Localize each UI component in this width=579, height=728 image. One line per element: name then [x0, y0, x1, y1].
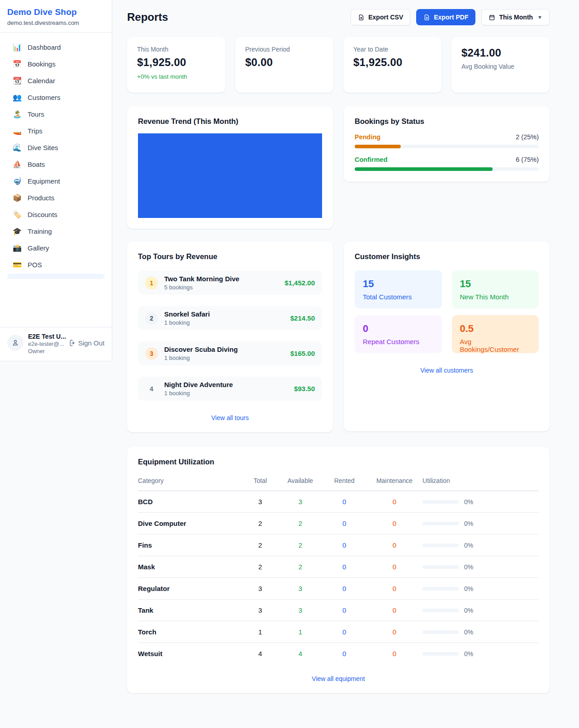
cell-available: 4 — [278, 643, 322, 665]
utilization-bar — [422, 630, 459, 634]
pos-icon: 💳 — [13, 261, 22, 269]
utilization-value: 0% — [464, 542, 473, 549]
sidebar-item-calendar[interactable]: 📆 Calendar — [4, 72, 108, 89]
cell-total: 3 — [242, 578, 278, 600]
period-label: This Month — [499, 14, 533, 21]
rank-badge: 2 — [145, 312, 158, 325]
equipment-utilization-title: Equipment Utilization — [138, 458, 539, 466]
cell-rented: 0 — [323, 578, 366, 600]
col-utilization: Utilization — [422, 473, 539, 491]
cell-maintenance: 0 — [366, 513, 422, 534]
status-progress-fill — [355, 167, 493, 171]
cell-rented: 0 — [323, 600, 366, 621]
sidebar-item-customers[interactable]: 👥 Customers — [4, 89, 108, 106]
stat-label: Avg Booking Value — [461, 63, 540, 70]
sidebar-item-label: Calendar — [28, 77, 55, 85]
status-label: Confirmed — [355, 156, 388, 163]
utilization-bar — [422, 544, 459, 547]
sidebar-item-gallery[interactable]: 📸 Gallery — [4, 240, 108, 256]
sidebar-item-label: Customers — [28, 94, 61, 101]
tile-value: 15 — [460, 278, 531, 290]
bookings-icon: 📅 — [13, 61, 22, 68]
equipment-icon: 🤿 — [13, 178, 22, 185]
sidebar-item-label: Discounts — [28, 211, 57, 218]
sidebar-item-label: Trips — [28, 127, 43, 135]
tile-value: 0 — [363, 323, 434, 335]
sidebar-item-label: Training — [28, 227, 52, 235]
cell-available: 3 — [278, 600, 322, 621]
sidebar-item-equipment[interactable]: 🤿 Equipment — [4, 173, 108, 189]
col-rented: Rented — [323, 473, 366, 491]
status-progress-track — [355, 167, 539, 171]
tour-bookings: 1 booking — [164, 319, 284, 326]
dashboard-icon: 📊 — [13, 44, 22, 51]
utilization-value: 0% — [464, 650, 473, 657]
gallery-icon: 📸 — [13, 245, 22, 252]
revenue-trend-title: Revenue Trend (This Month) — [138, 117, 322, 126]
sidebar-item-label: POS — [28, 261, 42, 269]
tile-avg-bookings-customer: 0.5 Avg Bookings/Customer — [452, 315, 539, 353]
export-pdf-button[interactable]: Export PDF — [416, 9, 475, 25]
insight-tiles: 15 Total Customers 15 New This Month 0 R… — [355, 270, 539, 353]
sidebar-item-products[interactable]: 📦 Products — [4, 189, 108, 206]
tile-label: Avg Bookings/Customer — [460, 338, 531, 353]
export-csv-button[interactable]: Export CSV — [351, 9, 410, 25]
view-all-tours-link[interactable]: View all tours — [138, 414, 322, 421]
status-value: 2 (25%) — [516, 133, 539, 141]
view-all-customers-link[interactable]: View all customers — [355, 367, 539, 374]
charts-row: Revenue Trend (This Month) Bookings by S… — [127, 106, 550, 229]
stat-label: This Month — [137, 46, 215, 53]
shop-name: Demo Dive Shop — [7, 7, 104, 17]
stat-delta: +0% vs last month — [137, 73, 215, 80]
user-role: Owner — [28, 348, 63, 355]
equipment-utilization-card: Equipment Utilization Category Total Ava… — [127, 447, 550, 693]
sidebar-item-trips[interactable]: 🚤 Trips — [4, 123, 108, 139]
sidebar-item-reports-active-partial[interactable] — [7, 274, 104, 279]
view-all-equipment-link[interactable]: View all equipment — [138, 675, 539, 682]
revenue-trend-chart — [138, 133, 322, 218]
utilization-bar — [422, 565, 459, 569]
cell-available: 1 — [278, 621, 322, 643]
trips-icon: 🚤 — [13, 128, 22, 135]
sidebar-item-training[interactable]: 🎓 Training — [4, 223, 108, 240]
tile-value: 15 — [363, 278, 434, 290]
status-progress-fill — [355, 145, 401, 148]
avatar — [7, 335, 24, 351]
sidebar-item-dashboard[interactable]: 📊 Dashboard — [4, 39, 108, 56]
sidebar-item-tours[interactable]: 🏝️ Tours — [4, 106, 108, 123]
sidebar-item-discounts[interactable]: 🏷️ Discounts — [4, 206, 108, 223]
cell-total: 3 — [242, 491, 278, 513]
sidebar-item-boats[interactable]: ⛵ Boats — [4, 156, 108, 173]
sidebar-item-label: Boats — [28, 161, 45, 168]
col-total: Total — [242, 473, 278, 491]
status-value: 6 (75%) — [516, 156, 539, 163]
cell-rented: 0 — [323, 534, 366, 556]
sidebar-item-label: Bookings — [28, 60, 56, 68]
tile-total-customers: 15 Total Customers — [355, 270, 442, 308]
table-row: Wetsuit 4 4 0 0 0% — [138, 643, 539, 665]
bookings-by-status-title: Bookings by Status — [355, 117, 539, 126]
sidebar-item-label: Tours — [28, 110, 44, 118]
cell-available: 2 — [278, 556, 322, 578]
cell-available: 2 — [278, 513, 322, 534]
customers-icon: 👥 — [13, 94, 22, 101]
tour-row: 3 Discover Scuba Diving 1 booking $165.0… — [138, 341, 322, 365]
calendar-icon — [489, 14, 495, 21]
sidebar-item-bookings[interactable]: 📅 Bookings — [4, 56, 108, 72]
header-actions: Export CSV Export PDF This Month ▼ — [351, 9, 550, 25]
cell-total: 2 — [242, 534, 278, 556]
cell-maintenance: 0 — [366, 491, 422, 513]
cell-rented: 0 — [323, 556, 366, 578]
sidebar-item-pos[interactable]: 💳 POS — [4, 256, 108, 273]
utilization-bar — [422, 522, 459, 525]
sidebar-item-label: Dashboard — [28, 43, 61, 51]
table-header-row: Category Total Available Rented Maintena… — [138, 473, 539, 491]
sidebar-item-dive-sites[interactable]: 🌊 Dive Sites — [4, 139, 108, 156]
period-select[interactable]: This Month ▼ — [481, 9, 550, 25]
tile-label: New This Month — [460, 293, 531, 301]
stat-card-year-to-date: Year to Date $1,925.00 — [343, 37, 441, 93]
cell-category: BCD — [138, 491, 242, 513]
sign-out-button[interactable]: Sign Out — [67, 339, 104, 347]
utilization-bar — [422, 609, 459, 612]
utilization-bar — [422, 587, 459, 591]
